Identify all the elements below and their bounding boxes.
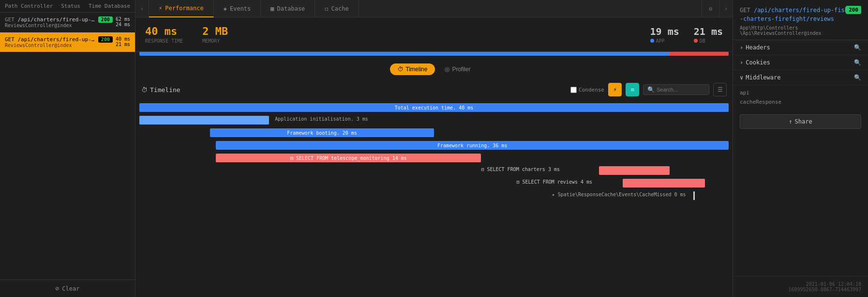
metric-memory: 2 MB MEMORY xyxy=(202,25,228,44)
metrics-bar: 40 ms RESPONSE TIME 2 MB MEMORY 19 ms AP… xyxy=(135,17,733,52)
item-path-active: GET /api/charters/fired-up-fish... xyxy=(5,36,95,43)
timeline-controls: Condense ⚡ ≡ 🔍 ☰ xyxy=(570,83,727,96)
clear-icon: ⊘ xyxy=(56,285,60,292)
app-value: 19 ms xyxy=(650,26,679,37)
cookies-search-icon[interactable]: 🔍 xyxy=(854,59,861,66)
timeline-header: ⏱ Timeline Condense ⚡ ≡ 🔍 ☰ xyxy=(139,79,729,100)
stack-btn[interactable]: ≡ xyxy=(626,83,639,96)
db-value: 21 ms xyxy=(694,26,723,37)
timeline-bars: Total execution time. 40 ms Application … xyxy=(139,100,729,205)
tab-performance[interactable]: ⚡ Performance xyxy=(149,0,214,17)
list-item[interactable]: GET /api/charters/fired-up-fish... Revie… xyxy=(0,13,135,32)
bar-fw-run[interactable]: Framework running. 36 ms xyxy=(216,141,729,150)
bar-wrapper-5: ⊟ SELECT FROM charters 3 ms xyxy=(139,165,729,176)
col-time-label: Time Database xyxy=(89,3,130,9)
performance-label: Performance xyxy=(165,5,203,12)
bar-wrapper-2: Framework booting. 20 ms xyxy=(139,127,729,138)
clock-icon: ⏱ xyxy=(141,86,148,94)
search-box[interactable]: 🔍 xyxy=(643,84,709,95)
item-times-active: 40 ms21 ms xyxy=(116,36,130,47)
share-icon: ↑ xyxy=(789,118,792,125)
view-toggle: ⏱ Timeline ◎ Profiler xyxy=(135,60,733,79)
condense-checkbox[interactable]: Condense xyxy=(570,87,604,93)
left-header: Path Controller Status Time Database xyxy=(0,0,135,13)
tab-cache[interactable]: ◻ Cache xyxy=(315,0,359,17)
item-info-active: GET /api/charters/fired-up-fish... Revie… xyxy=(5,36,95,48)
bar-wrapper-1: Application initialisation. 3 ms xyxy=(139,115,729,125)
lightning-btn[interactable]: ⚡ xyxy=(608,83,622,96)
timeline-title-text: Timeline xyxy=(150,86,180,94)
bar-wrapper-0: Total execution time. 40 ms xyxy=(139,102,729,113)
bar-select-reviews[interactable] xyxy=(623,179,705,188)
middleware-search-icon[interactable]: 🔍 xyxy=(854,74,861,81)
item-status-badge: 200 xyxy=(98,16,113,23)
request-method: GET xyxy=(740,7,750,14)
item-status-badge-active: 200 xyxy=(98,36,113,43)
events-label: Events xyxy=(230,5,251,12)
controller-path: App\Http\Controllers \Api\ReviewsControl… xyxy=(740,25,861,36)
request-path: GET /api/charters/fired-up-fishing-chart… xyxy=(740,6,861,23)
condense-input[interactable] xyxy=(570,87,577,93)
tab-bar: ‹ ⚡ Performance ◈ Events ▦ Database ◻ Ca… xyxy=(135,0,733,17)
profiler-icon: ◎ xyxy=(445,66,449,73)
events-icon: ◈ xyxy=(224,5,227,12)
cookies-title: › Cookies xyxy=(740,59,770,66)
chevron-icon-cookies: › xyxy=(740,59,743,66)
clear-button[interactable]: ⊘ Clear xyxy=(0,280,135,297)
middleware-section[interactable]: ∨ Middleware 🔍 xyxy=(733,70,868,85)
item-path: GET /api/charters/fired-up-fish... xyxy=(5,16,95,23)
tab-events[interactable]: ◈ Events xyxy=(214,0,261,17)
db-label: DB xyxy=(694,38,723,44)
search-icon: 🔍 xyxy=(647,86,655,93)
bar-wrapper-4: ⊟ SELECT FROM telescope_monitoring 14 ms xyxy=(139,153,729,163)
timeline-title: ⏱ Timeline xyxy=(141,86,180,94)
clear-label: Clear xyxy=(62,285,79,292)
list-item-active[interactable]: GET /api/charters/fired-up-fish... Revie… xyxy=(0,32,135,52)
timeline-toggle[interactable]: ⏱ Timeline xyxy=(390,63,435,75)
bar-wrapper-6: ⊟ SELECT FROM reviews 4 ms xyxy=(139,178,729,188)
bar-total-label: Total execution time. 40 ms xyxy=(395,105,474,110)
bar-row-6: ⊟ SELECT FROM reviews 4 ms xyxy=(139,178,729,188)
next-arrow[interactable]: › xyxy=(719,0,733,17)
response-time-label: RESPONSE TIME xyxy=(145,38,183,44)
progress-bar xyxy=(139,52,729,56)
cookies-label: Cookies xyxy=(746,59,770,66)
timeline-label: Timeline xyxy=(406,66,428,73)
bar-app-init[interactable] xyxy=(139,116,269,125)
prev-arrow[interactable]: ‹ xyxy=(135,0,149,17)
share-button[interactable]: ↑ Share xyxy=(740,114,861,129)
cookies-section[interactable]: › Cookies 🔍 xyxy=(733,55,868,70)
item-times: 62 ms24 ms xyxy=(116,16,130,27)
middleware-item-cache: cacheResponse xyxy=(740,97,861,107)
headers-title: › Headers xyxy=(740,44,770,51)
bar-row-2: Framework booting. 20 ms xyxy=(139,127,729,138)
request-list: GET /api/charters/fired-up-fish... Revie… xyxy=(0,13,135,280)
item-controller-active: ReviewsController@index xyxy=(5,43,95,48)
tab-database[interactable]: ▦ Database xyxy=(261,0,315,17)
bar-row-7: ✦ Spatie\ResponseCache\Events\CacheMisse… xyxy=(139,190,729,201)
menu-btn[interactable]: ☰ xyxy=(713,83,727,96)
bar-fw-boot-label: Framework booting. 20 ms xyxy=(287,130,357,136)
settings-icon[interactable]: ⚙ xyxy=(702,0,719,17)
bar-cache-label: ✦ Spatie\ResponseCache\Events\CacheMisse… xyxy=(552,192,686,197)
timeline-icon: ⏱ xyxy=(398,66,404,73)
headers-search-icon[interactable]: 🔍 xyxy=(854,44,861,51)
status-badge: 200 xyxy=(846,6,861,14)
bar-select-charters[interactable] xyxy=(599,166,670,175)
profiler-toggle[interactable]: ◎ Profiler xyxy=(437,63,478,75)
headers-section[interactable]: › Headers 🔍 xyxy=(733,40,868,55)
metric-right: 19 ms APP 21 ms DB xyxy=(650,26,723,44)
bar-fw-boot[interactable]: Framework booting. 20 ms xyxy=(210,128,434,137)
bar-row-5: ⊟ SELECT FROM charters 3 ms xyxy=(139,165,729,176)
metric-response-time: 40 ms RESPONSE TIME xyxy=(145,25,183,44)
database-label: Database xyxy=(277,5,305,12)
item-info: GET /api/charters/fired-up-fish... Revie… xyxy=(5,16,95,28)
database-icon: ▦ xyxy=(270,5,274,12)
center-panel: ‹ ⚡ Performance ◈ Events ▦ Database ◻ Ca… xyxy=(135,0,733,297)
bar-total[interactable]: Total execution time. 40 ms xyxy=(139,103,729,112)
metric-app: 19 ms APP xyxy=(650,26,679,44)
bar-charters-label: ⊟ SELECT FROM charters 3 ms xyxy=(481,167,560,172)
search-input[interactable] xyxy=(657,87,705,93)
bar-select-telescope[interactable]: ⊟ SELECT FROM telescope_monitoring 14 ms xyxy=(216,154,481,162)
bar-app-init-label: Application initialisation. 3 ms xyxy=(275,116,368,122)
